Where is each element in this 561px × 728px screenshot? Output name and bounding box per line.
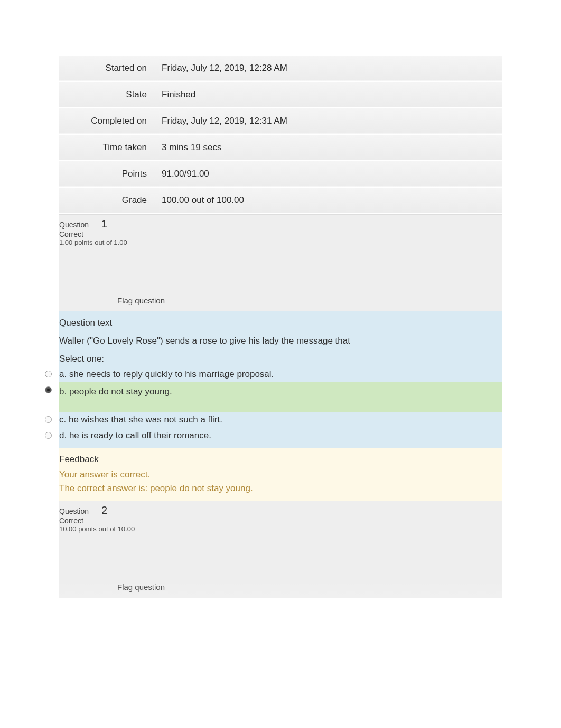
option-text: d. he is ready to call off their romance… <box>59 430 211 440</box>
fade-overlay <box>0 580 561 728</box>
summary-value: 100.00 out of 100.00 <box>154 187 502 214</box>
radio-icon[interactable] <box>45 432 52 439</box>
summary-row: Grade 100.00 out of 100.00 <box>59 187 502 214</box>
option-text: b. people do not stay young. <box>59 386 172 397</box>
summary-row: Time taken 3 mins 19 secs <box>59 134 502 161</box>
flag-question-link[interactable]: Flag question <box>117 583 165 592</box>
radio-icon[interactable] <box>45 386 52 393</box>
summary-label: Grade <box>59 187 154 214</box>
question-text-heading: Question text <box>59 316 502 333</box>
option-text: a. she needs to reply quickly to his mar… <box>59 369 274 379</box>
question-block-1: Question 1 Correct 1.00 points out of 1.… <box>59 214 502 311</box>
summary-value: 91.00/91.00 <box>154 161 502 187</box>
option-text: c. he wishes that she was not such a fli… <box>59 414 222 425</box>
radio-icon[interactable] <box>45 416 52 423</box>
summary-value: Finished <box>154 81 502 108</box>
select-one-label: Select one: <box>59 349 502 366</box>
correct-answer-text: The correct answer is: people do not sta… <box>59 482 502 495</box>
question-label: Question <box>59 220 89 229</box>
question-header: Question 2 Correct 10.00 points out of 1… <box>59 501 502 535</box>
summary-label: Points <box>59 161 154 187</box>
summary-row: Completed on Friday, July 12, 2019, 12:3… <box>59 108 502 134</box>
question-status: Correct <box>59 230 502 238</box>
summary-label: Time taken <box>59 134 154 161</box>
option-d[interactable]: d. he is ready to call off their romance… <box>59 428 502 444</box>
option-c[interactable]: c. he wishes that she was not such a fli… <box>59 412 502 428</box>
summary-value: Friday, July 12, 2019, 12:31 AM <box>154 108 502 134</box>
summary-row: Points 91.00/91.00 <box>59 161 502 187</box>
attempt-summary-table: Started on Friday, July 12, 2019, 12:28 … <box>59 56 502 214</box>
summary-label: State <box>59 81 154 108</box>
option-a[interactable]: a. she needs to reply quickly to his mar… <box>59 366 502 382</box>
question-number: 2 <box>101 504 107 516</box>
feedback-section: Feedback Your answer is correct. The cor… <box>59 448 502 501</box>
flag-question-link[interactable]: Flag question <box>117 296 165 305</box>
options-list: a. she needs to reply quickly to his mar… <box>59 366 502 444</box>
summary-label: Completed on <box>59 108 154 134</box>
question-label: Question <box>59 507 89 515</box>
option-b[interactable]: b. people do not stay young. <box>59 382 502 412</box>
summary-label: Started on <box>59 56 154 81</box>
question-status: Correct <box>59 517 502 525</box>
summary-row: Started on Friday, July 12, 2019, 12:28 … <box>59 56 502 81</box>
summary-row: State Finished <box>59 81 502 108</box>
feedback-heading: Feedback <box>59 452 502 468</box>
question-prompt: Waller ("Go Lovely Rose") sends a rose t… <box>59 333 502 349</box>
question-points: 10.00 points out of 10.00 <box>59 525 502 533</box>
question-points: 1.00 points out of 1.00 <box>59 238 502 246</box>
question-number: 1 <box>101 218 107 229</box>
radio-icon[interactable] <box>45 371 52 377</box>
your-answer-correct: Your answer is correct. <box>59 468 502 482</box>
question-text-section: Question text Waller ("Go Lovely Rose") … <box>59 311 502 448</box>
summary-value: Friday, July 12, 2019, 12:28 AM <box>154 56 502 81</box>
question-header: Question 1 Correct 1.00 points out of 1.… <box>59 215 502 248</box>
summary-value: 3 mins 19 secs <box>154 134 502 161</box>
question-block-2: Question 2 Correct 10.00 points out of 1… <box>59 501 502 598</box>
